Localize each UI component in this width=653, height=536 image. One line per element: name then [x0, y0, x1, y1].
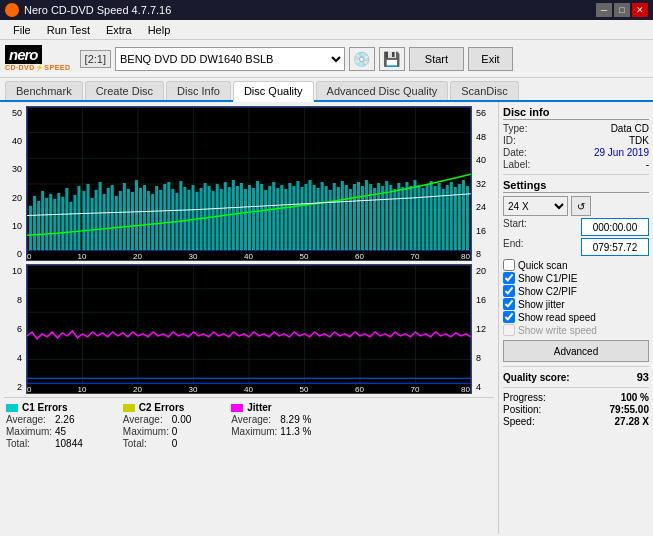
svg-rect-58: [196, 192, 199, 250]
minimize-button[interactable]: ─: [596, 3, 612, 17]
y-bot-right-8: 8: [476, 353, 492, 363]
svg-rect-39: [119, 191, 122, 250]
y-top-20: 20: [6, 193, 22, 203]
svg-text:60: 60: [355, 252, 365, 260]
svg-rect-68: [236, 186, 239, 250]
svg-rect-70: [244, 189, 247, 250]
svg-rect-40: [123, 183, 126, 250]
svg-rect-124: [462, 180, 465, 250]
svg-text:60: 60: [355, 385, 365, 393]
svg-rect-87: [313, 185, 316, 250]
tab-disc-quality[interactable]: Disc Quality: [233, 81, 314, 102]
divider-3: [503, 387, 649, 388]
svg-rect-27: [69, 202, 72, 250]
svg-rect-20: [41, 191, 44, 250]
c2-stats: C2 Errors Average: 0.00 Maximum: 0 Total…: [123, 402, 191, 449]
close-button[interactable]: ✕: [632, 3, 648, 17]
show-read-speed-row: Show read speed: [503, 311, 649, 323]
tab-create-disc[interactable]: Create Disc: [85, 81, 164, 100]
y-top-10: 10: [6, 221, 22, 231]
svg-rect-62: [212, 191, 215, 250]
settings-refresh-icon[interactable]: ↺: [571, 196, 591, 216]
c1-bars: [29, 180, 469, 250]
quality-score-label: Quality score:: [503, 372, 570, 383]
disc-id-row: ID: TDK: [503, 135, 649, 146]
svg-rect-23: [53, 199, 56, 250]
position-row: Position: 79:55.00: [503, 404, 649, 415]
svg-rect-92: [333, 183, 336, 250]
y-bot-10: 10: [6, 266, 22, 276]
svg-rect-115: [426, 184, 429, 250]
title-bar: Nero CD-DVD Speed 4.7.7.16 ─ □ ✕: [0, 0, 653, 20]
svg-rect-77: [272, 182, 275, 250]
show-jitter-label: Show jitter: [518, 299, 565, 310]
svg-rect-44: [139, 188, 142, 250]
svg-text:50: 50: [299, 385, 309, 393]
c1-color-box: [6, 404, 18, 412]
chart-area: 50 40 30 20 10 0: [0, 102, 498, 534]
svg-rect-24: [57, 193, 60, 250]
y-bot-right-12: 12: [476, 324, 492, 334]
svg-text:50: 50: [299, 252, 309, 260]
start-row: Start:: [503, 218, 649, 236]
svg-rect-31: [87, 184, 90, 250]
svg-rect-97: [353, 184, 356, 250]
toolbar: nero CD·DVD⚡SPEED [2:1] BENQ DVD DD DW16…: [0, 40, 653, 78]
svg-rect-95: [345, 185, 348, 250]
svg-rect-116: [430, 181, 433, 250]
svg-rect-30: [83, 191, 86, 250]
svg-rect-50: [163, 184, 166, 250]
show-c2pif-row: Show C2/PIF: [503, 285, 649, 297]
y-right-56: 56: [476, 108, 492, 118]
show-write-speed-row: Show write speed: [503, 324, 649, 336]
svg-rect-113: [418, 185, 421, 250]
tab-benchmark[interactable]: Benchmark: [5, 81, 83, 100]
y-bot-2: 2: [6, 382, 22, 392]
right-panel: Disc info Type: Data CD ID: TDK Date: 29…: [498, 102, 653, 534]
svg-rect-28: [73, 195, 76, 250]
disc-icon-btn[interactable]: 💿: [349, 47, 375, 71]
show-write-speed-checkbox[interactable]: [503, 324, 515, 336]
show-c2pif-checkbox[interactable]: [503, 285, 515, 297]
svg-rect-104: [381, 186, 384, 250]
svg-rect-73: [256, 181, 259, 250]
disc-info-title: Disc info: [503, 106, 649, 120]
save-icon-btn[interactable]: 💾: [379, 47, 405, 71]
menu-file[interactable]: File: [5, 22, 39, 38]
menu-extra[interactable]: Extra: [98, 22, 140, 38]
tab-disc-info[interactable]: Disc Info: [166, 81, 231, 100]
svg-rect-78: [276, 188, 279, 250]
svg-rect-57: [191, 185, 194, 250]
svg-rect-98: [357, 182, 360, 250]
advanced-button[interactable]: Advanced: [503, 340, 649, 362]
show-jitter-checkbox[interactable]: [503, 298, 515, 310]
svg-rect-48: [155, 186, 158, 250]
svg-rect-51: [167, 182, 170, 250]
svg-rect-36: [107, 188, 110, 250]
menu-help[interactable]: Help: [140, 22, 179, 38]
c1-label: C1 Errors: [22, 402, 68, 413]
svg-text:10: 10: [77, 252, 87, 260]
start-time-input[interactable]: [581, 218, 649, 236]
svg-rect-17: [29, 206, 32, 250]
svg-rect-91: [329, 190, 332, 250]
end-row: End:: [503, 238, 649, 256]
svg-text:80: 80: [461, 385, 471, 393]
quick-scan-checkbox[interactable]: [503, 259, 515, 271]
stats-area: C1 Errors Average: 2.26 Maximum: 45 Tota…: [4, 397, 494, 453]
tab-advanced-disc-quality[interactable]: Advanced Disc Quality: [316, 81, 449, 100]
tab-scandisc[interactable]: ScanDisc: [450, 81, 518, 100]
drive-select[interactable]: BENQ DVD DD DW1640 BSLB: [115, 47, 345, 71]
show-c1pie-checkbox[interactable]: [503, 272, 515, 284]
speed-select[interactable]: 24 X: [503, 196, 568, 216]
menu-run-test[interactable]: Run Test: [39, 22, 98, 38]
start-button[interactable]: Start: [409, 47, 464, 71]
menu-bar: File Run Test Extra Help: [0, 20, 653, 40]
maximize-button[interactable]: □: [614, 3, 630, 17]
svg-rect-80: [284, 189, 287, 250]
end-time-input[interactable]: [581, 238, 649, 256]
show-read-speed-checkbox[interactable]: [503, 311, 515, 323]
svg-text:30: 30: [188, 252, 198, 260]
exit-button[interactable]: Exit: [468, 47, 513, 71]
jitter-stats: Jitter Average: 8.29 % Maximum: 11.3 %: [231, 402, 311, 449]
